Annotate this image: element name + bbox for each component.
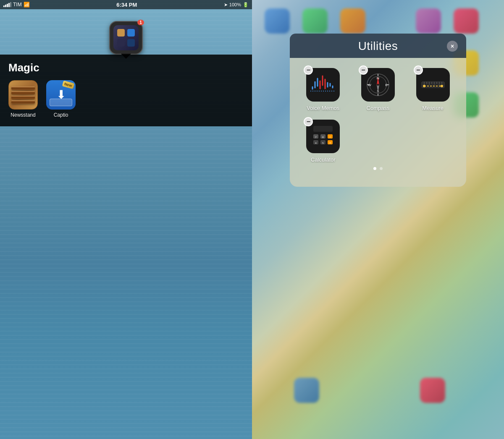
location-icon: ➤ bbox=[224, 2, 228, 8]
measure-wrapper bbox=[416, 68, 450, 102]
bg-icon-music bbox=[420, 378, 445, 403]
folder-arrow bbox=[121, 54, 131, 59]
status-bar: TIM 📶 6:34 PM ➤ 100% 🔋 bbox=[0, 0, 252, 9]
compass-wrapper: N S E W bbox=[361, 68, 395, 102]
carrier-name: TIM bbox=[13, 2, 22, 8]
app-item-captio[interactable]: New ⬇ Captio bbox=[46, 80, 76, 118]
battery-icon: 🔋 bbox=[243, 2, 249, 8]
newsstand-label: Newsstand bbox=[10, 112, 35, 118]
captio-icon: New ⬇ bbox=[46, 80, 76, 110]
app-item-voice-memos[interactable]: Voice Memos bbox=[300, 68, 346, 111]
shelf-2 bbox=[11, 91, 35, 94]
folder-title: Magic bbox=[8, 61, 244, 74]
empty-slot-1 bbox=[355, 120, 402, 163]
svg-point-40 bbox=[441, 85, 443, 87]
voice-memos-svg bbox=[308, 70, 338, 99]
utilities-grid-row2: 7 8 ÷ 4 5 × Calculator bbox=[300, 120, 456, 163]
bg-icon-4 bbox=[454, 8, 479, 34]
svg-text:÷: ÷ bbox=[329, 136, 331, 138]
folder-badge: 1 bbox=[137, 20, 144, 25]
bg-icon-2 bbox=[302, 8, 328, 34]
app-item-newsstand[interactable]: Newsstand bbox=[8, 80, 38, 118]
shelf-1 bbox=[11, 86, 35, 90]
compass-svg: N S E W bbox=[363, 70, 393, 99]
folder-icon-inner bbox=[113, 25, 139, 50]
empty-slot-2 bbox=[410, 120, 456, 163]
utilities-body: Voice Memos bbox=[290, 58, 466, 187]
captio-label: Captio bbox=[54, 112, 68, 118]
status-time: 6:34 PM bbox=[116, 2, 137, 8]
utilities-header: Utilities × bbox=[290, 34, 466, 58]
signal-bars bbox=[3, 2, 11, 7]
compass-label: Compass bbox=[367, 105, 390, 111]
svg-point-39 bbox=[423, 85, 425, 87]
utilities-folder: Utilities × bbox=[290, 34, 466, 187]
battery-percent: 100% bbox=[229, 2, 241, 7]
bg-icon-3 bbox=[340, 8, 365, 34]
folder-apps: Newsstand New ⬇ Captio bbox=[8, 80, 244, 118]
svg-rect-1 bbox=[127, 29, 135, 37]
measure-svg bbox=[418, 70, 448, 99]
app-item-compass[interactable]: N S E W Compass bbox=[355, 68, 402, 111]
shelf-3 bbox=[11, 96, 35, 99]
shelf-4 bbox=[11, 100, 35, 104]
status-right: ➤ 100% 🔋 bbox=[224, 2, 249, 8]
captio-tray bbox=[50, 99, 72, 106]
bg-icon-1 bbox=[265, 8, 290, 34]
status-left: TIM 📶 bbox=[3, 2, 30, 8]
svg-rect-42 bbox=[313, 126, 333, 132]
measure-label: Measure bbox=[422, 105, 444, 111]
page-dot-2 bbox=[380, 167, 383, 170]
delete-badge-compass[interactable] bbox=[359, 65, 368, 75]
folder-popup: 1 Magic Newsstand bbox=[0, 13, 252, 126]
utilities-title: Utilities bbox=[309, 39, 447, 53]
right-panel: Utilities × bbox=[252, 0, 504, 439]
app-item-calculator[interactable]: 7 8 ÷ 4 5 × Calculator bbox=[300, 120, 346, 163]
folder-icon[interactable]: 1 bbox=[109, 21, 143, 55]
app-item-measure[interactable]: Measure bbox=[410, 68, 456, 111]
voice-memos-label: Voice Memos bbox=[307, 105, 339, 111]
utilities-grid-row1: Voice Memos bbox=[300, 68, 456, 111]
calculator-svg: 7 8 ÷ 4 5 × bbox=[308, 122, 338, 151]
svg-rect-0 bbox=[117, 29, 125, 37]
svg-rect-3 bbox=[127, 39, 135, 47]
folder-mini-grid bbox=[116, 27, 136, 48]
svg-text:E: E bbox=[385, 83, 387, 87]
page-dot-1 bbox=[373, 167, 376, 170]
newsstand-icon bbox=[8, 80, 38, 110]
calculator-label: Calculator bbox=[311, 157, 336, 163]
delete-badge-measure[interactable] bbox=[414, 65, 423, 75]
bg-icon-6 bbox=[416, 8, 441, 34]
left-panel: TIM 📶 6:34 PM ➤ 100% 🔋 bbox=[0, 0, 252, 439]
svg-rect-2 bbox=[117, 39, 125, 47]
close-button[interactable]: × bbox=[447, 41, 458, 52]
page-dots bbox=[300, 167, 456, 170]
svg-text:×: × bbox=[329, 141, 331, 144]
calculator-wrapper: 7 8 ÷ 4 5 × bbox=[306, 120, 340, 153]
folder-icon-container: 1 bbox=[0, 13, 252, 55]
bg-icon-phone bbox=[294, 378, 319, 403]
newsstand-shelves bbox=[9, 84, 37, 106]
wifi-icon: 📶 bbox=[24, 2, 30, 8]
voice-memos-wrapper bbox=[306, 68, 340, 102]
folder-content: Magic Newsstand bbox=[0, 55, 252, 126]
svg-text:W: W bbox=[368, 83, 371, 87]
